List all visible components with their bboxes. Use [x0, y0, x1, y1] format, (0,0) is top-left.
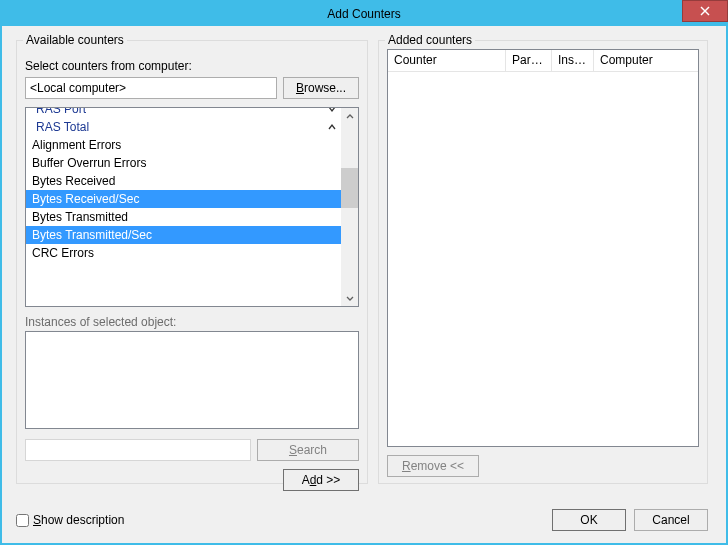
counter-row[interactable]: Buffer Overrun Errors: [26, 154, 341, 172]
instances-label: Instances of selected object:: [25, 315, 176, 329]
scroll-up-button[interactable]: [341, 108, 358, 125]
category-row[interactable]: RAS Total: [26, 118, 341, 136]
chevron-up-icon: [346, 113, 354, 121]
add-counters-window: Add Counters Available counters Select c…: [0, 0, 728, 545]
counter-row[interactable]: CRC Errors: [26, 244, 341, 262]
counter-row[interactable]: Bytes Transmitted/Sec: [26, 226, 341, 244]
titlebar: Add Counters: [2, 2, 726, 26]
listview-column-header[interactable]: Computer: [594, 50, 698, 72]
show-description-checkbox[interactable]: Show description: [16, 513, 124, 527]
counter-row[interactable]: Bytes Received/Sec: [26, 190, 341, 208]
counter-tree: RAS PortRAS TotalAlignment ErrorsBuffer …: [25, 107, 359, 307]
close-button[interactable]: [682, 0, 728, 22]
chevron-down-icon[interactable]: [323, 108, 337, 118]
chevron-up-icon[interactable]: [323, 118, 337, 136]
category-row[interactable]: RAS Port: [26, 108, 341, 118]
close-icon: [700, 6, 710, 16]
available-counters-group: Available counters Select counters from …: [16, 40, 368, 484]
counter-tree-viewport[interactable]: RAS PortRAS TotalAlignment ErrorsBuffer …: [26, 108, 341, 306]
listview-header: CounterParentInst...Computer: [388, 50, 698, 72]
available-counters-legend: Available counters: [23, 33, 127, 47]
listview-column-header[interactable]: Parent: [506, 50, 552, 72]
added-counters-group: Added counters CounterParentInst...Compu…: [378, 40, 708, 484]
remove-button: Remove <<: [387, 455, 479, 477]
added-counters-listview[interactable]: CounterParentInst...Computer: [387, 49, 699, 447]
counter-tree-scrollbar[interactable]: [341, 108, 358, 306]
available-inner: Select counters from computer: Browse...…: [17, 55, 367, 483]
listview-column-header[interactable]: Inst...: [552, 50, 594, 72]
add-button[interactable]: Add >>: [283, 469, 359, 491]
scroll-down-button[interactable]: [341, 289, 358, 306]
ok-button[interactable]: OK: [552, 509, 626, 531]
cancel-button[interactable]: Cancel: [634, 509, 708, 531]
added-counters-legend: Added counters: [385, 33, 475, 47]
window-title: Add Counters: [2, 7, 726, 21]
counter-row[interactable]: Alignment Errors: [26, 136, 341, 154]
client-area: Available counters Select counters from …: [2, 26, 726, 543]
show-description-input[interactable]: [16, 514, 29, 527]
scroll-thumb[interactable]: [341, 168, 358, 208]
browse-button[interactable]: Browse...: [283, 77, 359, 99]
computer-combo[interactable]: [25, 77, 277, 99]
counter-row[interactable]: Bytes Received: [26, 172, 341, 190]
counter-row[interactable]: Bytes Transmitted: [26, 208, 341, 226]
chevron-down-icon: [346, 294, 354, 302]
listview-column-header[interactable]: Counter: [388, 50, 506, 72]
instances-listbox[interactable]: [25, 331, 359, 429]
search-button[interactable]: Search: [257, 439, 359, 461]
instance-filter-combo: [25, 439, 251, 461]
select-computer-label: Select counters from computer:: [25, 59, 192, 73]
